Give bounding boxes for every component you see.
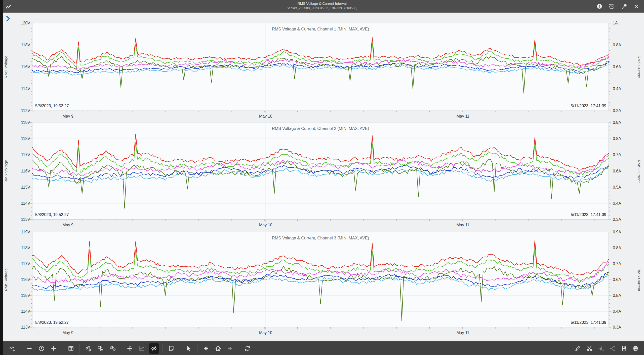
end-timestamp: 5/11/2023, 17:41:39 — [571, 320, 606, 325]
print-icon[interactable] — [630, 343, 641, 354]
home-icon[interactable] — [213, 343, 223, 354]
end-timestamp: 5/11/2023, 17:41:39 — [571, 104, 606, 108]
zoom-out-icon[interactable] — [24, 343, 35, 354]
chart-title: RMS Voltage & Current, Channel 2 (MIN, M… — [272, 126, 369, 131]
y-axis-tick-label: 113V — [12, 325, 30, 330]
series-voltage-min — [32, 56, 609, 93]
series-voltage-max — [32, 134, 609, 171]
page-subtitle: Seeker_200588_2023-05-06_194252U (200588… — [0, 6, 644, 10]
toolbar-separator — [180, 344, 180, 353]
y-axis-name-current: RMS Current — [637, 160, 641, 182]
charts-area: 120V118V116V114V112V1A0.8A0.6A0.4A0.2AMa… — [0, 0, 644, 355]
x-axis-tick-label: May 9 — [62, 223, 73, 227]
forward-icon — [225, 343, 235, 354]
series-current-max — [32, 262, 609, 283]
svg-text:?: ? — [598, 5, 600, 8]
note-icon[interactable] — [166, 343, 177, 354]
left-edge-strip — [0, 0, 3, 355]
expand-sidebar-chevron-icon[interactable] — [5, 15, 11, 22]
application-window: RMS Voltage & Current Interval Seeker_20… — [0, 0, 644, 355]
waveform-box-icon — [137, 343, 147, 354]
y-axis-tick-label: 115V — [12, 185, 30, 190]
cut-icon[interactable] — [584, 343, 595, 354]
view-waveform-icon[interactable] — [95, 343, 106, 354]
y-axis-tick-label: 0.6A — [613, 65, 621, 69]
y-axis-tick-label: 119V — [12, 120, 30, 125]
top-bar: RMS Voltage & Current Interval Seeker_20… — [0, 0, 644, 13]
hide-icon[interactable] — [149, 343, 159, 354]
y-axis-name-voltage: RMS Voltage — [4, 268, 8, 291]
start-timestamp: 5/8/2023, 19:52:27 — [35, 212, 69, 217]
chart-title: RMS Voltage & Current, Channel 1 (MIN, M… — [272, 27, 369, 31]
chart-svg-channel-3 — [32, 232, 609, 327]
y-axis-tick-label: 120V — [12, 21, 30, 25]
toolbar-separator — [62, 344, 62, 353]
table-icon[interactable] — [66, 343, 76, 354]
y-axis-tick-label: 0.7A — [613, 262, 621, 266]
history-icon[interactable] — [609, 3, 615, 9]
y-axis-tick-label: 0.3A — [613, 325, 621, 330]
y-axis-tick-label: 0.4A — [613, 309, 621, 314]
refresh-icon[interactable] — [242, 343, 253, 354]
y-axis-tick-label: 0.8A — [613, 136, 621, 141]
bottom-toolbar — [0, 341, 644, 355]
start-timestamp: 5/8/2023, 19:52:27 — [35, 320, 69, 325]
y-axis-tick-label: 118V — [12, 246, 30, 250]
close-icon[interactable] — [633, 3, 639, 9]
toolbar-separator — [197, 344, 197, 353]
time-range-icon[interactable] — [36, 343, 47, 354]
toolbar-separator — [79, 344, 80, 353]
y-axis-name-voltage: RMS Voltage — [4, 56, 8, 78]
x-axis-tick-label: May 11 — [456, 114, 469, 119]
save-icon[interactable] — [619, 343, 629, 354]
toolbar-separator — [163, 344, 163, 353]
waveform-add-icon[interactable] — [7, 343, 17, 354]
x-axis-tick-label: May 11 — [456, 331, 469, 335]
y-axis-tick-label: 0.5A — [613, 185, 621, 190]
chart-svg-channel-1 — [32, 23, 609, 111]
y-axis-tick-label: 116V — [12, 169, 30, 173]
y-axis-tick-label: 0.6A — [613, 169, 621, 173]
chart-title: RMS Voltage & Current, Channel 3 (MIN, M… — [272, 236, 369, 240]
y-axis-tick-label: 117V — [12, 153, 30, 157]
x-axis-tick-label: May 9 — [62, 331, 73, 335]
zoom-in-icon[interactable] — [48, 343, 59, 354]
x-axis-tick-label: May 10 — [259, 331, 272, 335]
y-axis-tick-label: 114V — [12, 309, 30, 314]
y-axis-tick-label: 0.3A — [613, 217, 621, 222]
y-axis-tick-label: 114V — [12, 87, 30, 91]
view-annotate-icon[interactable] — [107, 343, 118, 354]
share-icon — [607, 343, 618, 354]
measure-settings-icon[interactable] — [83, 343, 94, 354]
y-axis-tick-label: 0.7A — [613, 153, 621, 157]
y-axis-tick-label: 119V — [12, 230, 30, 234]
y-axis-tick-label: 0.9A — [613, 120, 621, 125]
help-icon[interactable]: ? — [596, 3, 602, 9]
fit-vertical-icon[interactable] — [125, 343, 135, 354]
chart-svg-channel-2 — [32, 123, 609, 220]
y-axis-tick-label: 118V — [12, 43, 30, 47]
x-axis-tick-label: May 10 — [259, 223, 272, 227]
y-axis-tick-label: 113V — [12, 217, 30, 222]
toolbar-separator — [21, 344, 21, 353]
y-axis-tick-label: 0.4A — [613, 87, 621, 91]
y-axis-tick-label: 115V — [12, 293, 30, 298]
series-current-min — [32, 275, 609, 291]
y-axis-tick-label: 0.6A — [613, 277, 621, 282]
cursor-icon[interactable] — [183, 343, 194, 354]
y-axis-tick-label: 112V — [12, 109, 30, 113]
series-voltage-max — [32, 240, 609, 275]
toolbar-separator — [121, 344, 121, 353]
y-axis-tick-label: 118V — [12, 136, 30, 141]
pin-icon[interactable] — [621, 3, 627, 9]
y-axis-tick-label: 0.4A — [613, 201, 621, 206]
back-icon[interactable] — [201, 343, 211, 354]
end-timestamp: 5/11/2023, 17:41:39 — [571, 212, 606, 217]
series-voltage-min — [32, 266, 609, 321]
window-title-block: RMS Voltage & Current Interval Seeker_20… — [0, 2, 644, 10]
y-axis-tick-label: 1A — [613, 21, 618, 25]
edit-icon[interactable] — [573, 343, 583, 354]
y-axis-tick-label: 0.8A — [613, 246, 621, 250]
y-axis-tick-label: 114V — [12, 201, 30, 206]
y-axis-tick-label: 0.5A — [613, 293, 621, 298]
